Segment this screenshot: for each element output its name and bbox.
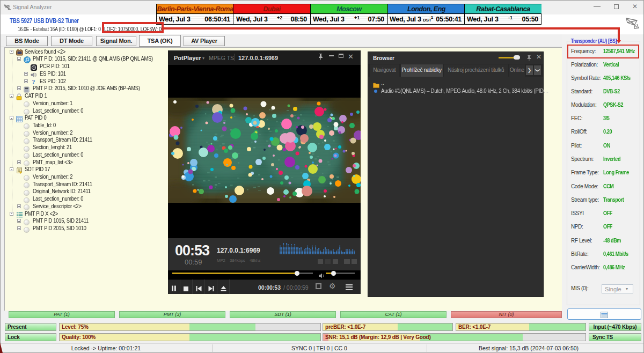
svg-text:?: ? bbox=[32, 78, 35, 85]
